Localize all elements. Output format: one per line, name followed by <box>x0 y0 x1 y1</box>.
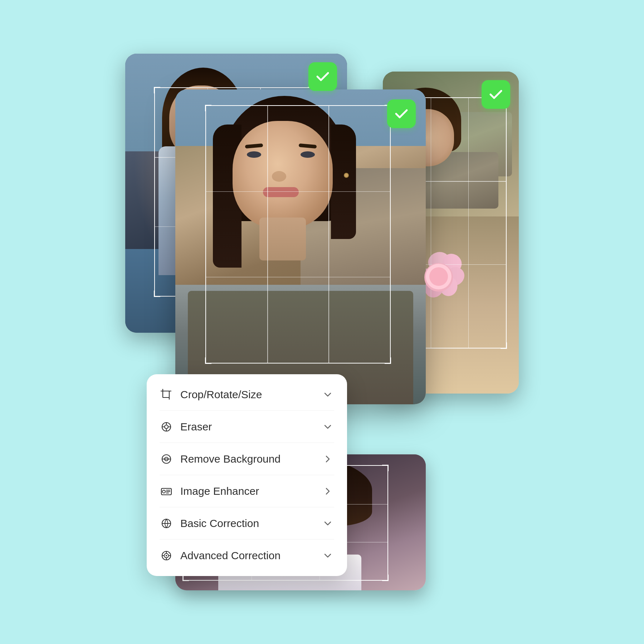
arrow-right-icon-remove-bg <box>321 453 334 465</box>
chevron-down-icon-eraser <box>321 420 334 433</box>
menu-label-image-enhancer: Image Enhancer <box>180 485 321 497</box>
menu-panel: Crop/Rotate/Size Eraser <box>147 374 347 576</box>
image-enhancer-icon <box>160 484 173 498</box>
menu-item-image-enhancer[interactable]: Image Enhancer <box>147 475 347 507</box>
check-badge-back-right <box>482 80 510 109</box>
menu-item-advanced-correction[interactable]: Advanced Correction <box>147 540 347 572</box>
menu-item-remove-background[interactable]: Remove Background <box>147 443 347 475</box>
svg-point-6 <box>165 425 168 429</box>
arrow-right-icon-image-enhancer <box>321 485 334 498</box>
main-scene: Crop/Rotate/Size Eraser <box>125 54 519 590</box>
chevron-down-icon-basic-correction <box>321 517 334 530</box>
basic-correction-icon <box>160 517 173 530</box>
photo-bg-center <box>175 89 426 404</box>
chevron-down-icon-advanced-correction <box>321 549 334 562</box>
svg-rect-0 <box>163 391 169 397</box>
menu-label-crop: Crop/Rotate/Size <box>180 389 321 401</box>
card-center <box>175 89 426 404</box>
menu-item-eraser[interactable]: Eraser <box>147 411 347 443</box>
remove-bg-icon <box>160 452 173 466</box>
eraser-icon <box>160 420 173 434</box>
menu-label-eraser: Eraser <box>180 421 321 433</box>
menu-item-crop-rotate-size[interactable]: Crop/Rotate/Size <box>147 379 347 411</box>
menu-item-basic-correction[interactable]: Basic Correction <box>147 507 347 540</box>
menu-label-advanced-correction: Advanced Correction <box>180 550 321 562</box>
check-badge-back-left <box>308 62 337 91</box>
menu-label-basic-correction: Basic Correction <box>180 517 321 530</box>
svg-point-15 <box>162 490 165 493</box>
svg-point-23 <box>166 555 167 556</box>
chevron-down-icon-crop <box>321 388 334 401</box>
check-badge-center <box>387 99 416 128</box>
crop-icon <box>160 388 173 401</box>
advanced-correction-icon <box>160 549 173 562</box>
menu-label-remove-bg: Remove Background <box>180 453 321 465</box>
